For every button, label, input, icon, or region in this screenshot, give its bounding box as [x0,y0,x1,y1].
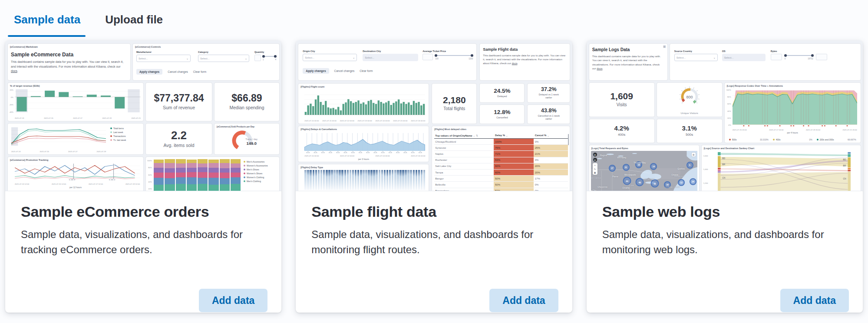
legend-item: 400s0% [773,138,812,141]
tab-upload-file[interactable]: Upload file [104,13,164,37]
manufacturer-label: Manufacturer [136,51,191,53]
card-description: Sample data, visualizations, and dashboa… [602,227,847,258]
axis-tick: 2021-07-10 00:00 [304,120,319,122]
panel-ecommerce-controls: [eCommerce] Controls Manufacturer Select… [133,44,279,80]
scrollbar [568,134,569,145]
map-marker: 17 [609,165,616,172]
price-input [422,54,433,60]
docs-link: docs [512,62,518,65]
clear-form-button: Clear form [193,70,206,73]
y-axis-ticks: 100%80%60%40%20%0% [726,89,731,126]
quantity-label: Quantity [254,51,276,53]
panel-avg-items: 2.2Avg. items sold [146,124,212,154]
map-place-label: Québec [677,167,685,170]
panel-items-sold-chart: Total itemsLast weekTransactionsTx. last… [8,124,143,154]
metric-value: 2.2 [171,130,187,141]
sankey-node-label: CN [843,177,846,180]
slider-min: 100 [435,58,439,60]
origin-city-label: Origin City [303,50,357,52]
metric-label: Cancelled [496,116,508,120]
add-data-button[interactable]: Add data [199,289,267,312]
panel-response-codes: [Logs] Response Codes Over Time + Annota… [725,83,861,143]
origin-city-select: Select...⌄ [303,54,357,61]
legend-item: 500s33.333% [729,138,769,141]
map-zoom-out-icon: ⊖ [593,158,597,162]
chart-legend: Men's AccessoriesWomen's AccessoriesMen'… [244,160,277,183]
panel-delayed-vs-metric: 37.2%Delayed vs 1 week earlier [528,84,570,102]
cancel-changes-button: Cancel changes [168,70,188,73]
panel-flight-controls: Origin City Select...⌄ Destination City … [298,44,476,80]
axis-tick: 100% [147,160,152,162]
map-marker: 12 [678,179,685,186]
destination-city-label: Destination City [363,50,418,52]
gauge-label: Unique Visitors [657,112,722,114]
axis-tick: 100% [726,89,731,91]
bytes-label: Bytes [771,50,827,52]
svg-text:149.0: 149.0 [246,141,256,146]
markdown-period: . [602,67,603,70]
add-data-button[interactable]: Add data [489,289,558,312]
stacked-column [176,159,186,191]
card-content: Sample web logs Sample data, visualizati… [587,203,863,313]
table-row: Belleville50%0% [434,182,568,188]
chart-legend: 500s33.333%400s0%200s and 300s66.667% [729,138,856,141]
card-description: Sample data, visualizations, and dashboa… [311,227,556,258]
slider-min: 0 [785,58,786,60]
map-zoom-in-icon: ⊕ [593,153,597,157]
map-place-label: ke City [591,189,597,191]
panel-target-revenue: % of target revenue ($10k) 20%0%-20%-40%… [8,83,143,121]
markdown-text: This dashboard contains sample data for … [11,60,123,68]
card-content: Sample eCommerce orders Sample data, vis… [5,203,281,313]
panel-cancelled-metric: 12.8%Cancelled [480,105,524,124]
metric-label: Delayed vs 1 week earlier [537,93,561,99]
table-row: Chicago/Rockford100%0% [434,139,568,145]
source-country-label: Source Country [674,50,718,52]
map-place-label: Minneapolis [624,173,636,176]
select-placeholder: Select... [305,56,314,59]
metric-value: 3.1% [682,125,697,131]
axis-tick: 2021-07-15 [44,117,53,119]
tab-sample-data[interactable]: Sample data [13,13,81,37]
sankey-node-label: CN [722,176,725,179]
axis-tick: 2021-07-13 00:00 [358,120,372,122]
axis-tick: 2021-07-15 [40,150,49,153]
map-expand-icon: ⊞ [692,153,696,157]
axis-tick: 2021-07-21 [132,117,141,119]
axis-tick: 2021-07-17 20:00 [769,129,783,131]
svg-text:800: 800 [686,95,693,99]
category-stacked-bars [154,159,241,191]
metric-value: $66.89 [231,93,262,103]
axis-tick: 0% [9,96,13,98]
select-placeholder: Select... [139,57,148,60]
map-marker: 5 [686,162,693,169]
table-header-row: Top values of OriginCityName ⌄ ⇅Delay % … [434,132,568,139]
panel-flight-count: [Flights] Flight count 2021-07-10 00:002… [298,84,429,124]
panel-cancelled-vs-metric: 43.8%Cancelled vs 1 week earlier [528,105,570,124]
panel-sum-revenue: $77,377.84Sum of revenue [146,83,212,121]
axis-tick: 2021-07-16 00:00 [411,120,425,122]
panel-title: % of target revenue ($10k) [8,83,143,87]
panel-title: [Flights] Delays & Cancellations [298,126,429,131]
map-place-label: Winnipeg [617,156,626,159]
metric-label: 400s [618,133,625,137]
stacked-column [154,159,164,191]
stacked-column [231,159,241,191]
metric-value: 43.8% [541,108,556,114]
axis-tick: 2021-07-13 [15,117,24,119]
markdown-heading: Sample eCommerce Data [8,48,130,58]
markdown-heading: Sample Flight data [480,44,570,52]
map-marker: 21 [623,164,630,171]
axis-tick: -40% [9,111,13,113]
x-axis-label: per 3 hours [298,158,429,160]
slider-max: 1200 [469,58,473,60]
map-draw-icon: ✎ [594,168,596,170]
add-data-button[interactable]: Add data [780,289,849,312]
metric-label: Sum of revenue [163,105,195,111]
avg-ticket-price-label: Average Ticket Price [422,50,473,52]
panel-title: [Logs] Response Codes Over Time + Annota… [725,83,861,87]
slider-max: 4 [275,59,276,61]
axis-tick: 2021-07-19 12:00 [125,183,140,185]
y-axis-ticks: 100%80%60%40%20% [147,160,152,190]
legend-item: Tx. last week [110,139,141,141]
docs-link: docs [597,67,602,70]
